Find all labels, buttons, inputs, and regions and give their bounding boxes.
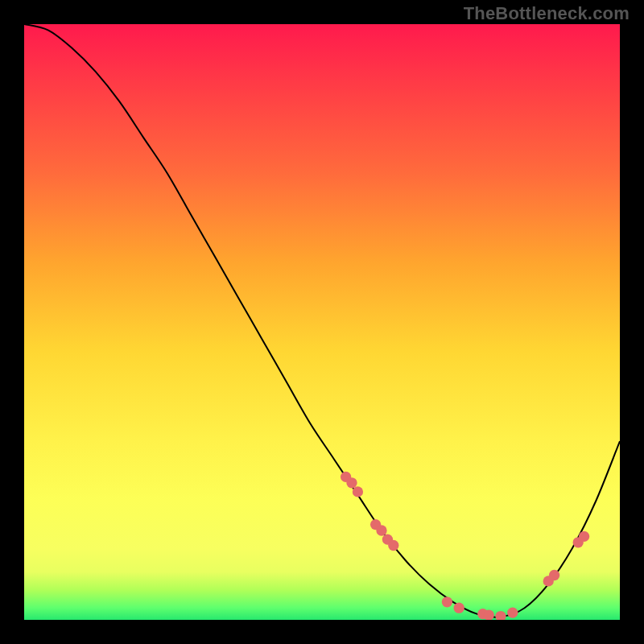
marker-point [549,570,559,580]
marker-point [442,597,452,607]
marker-point [376,525,386,535]
bottleneck-curve [24,24,620,617]
marker-point [507,607,518,617]
watermark-text: TheBottleneck.com [464,3,630,24]
chart-container: TheBottleneck.com [0,0,644,644]
marker-point [388,540,398,551]
marker-point [495,611,506,620]
marker-point [579,531,589,542]
chart-svg [24,24,620,620]
marker-point [346,477,357,488]
marker-point [353,486,363,497]
marker-point [454,603,464,613]
data-markers [341,472,589,620]
